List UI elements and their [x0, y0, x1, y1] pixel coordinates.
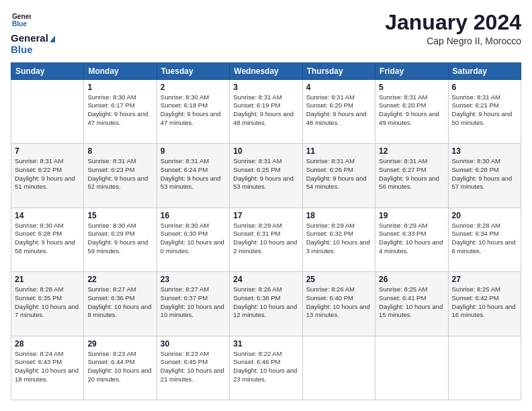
table-cell: 18Sunrise: 8:29 AMSunset: 6:32 PMDayligh… — [302, 208, 375, 272]
header: General Blue General Blue January 2024 C… — [11, 11, 521, 56]
svg-text:Blue: Blue — [12, 20, 27, 28]
table-cell: 26Sunrise: 8:25 AMSunset: 6:41 PMDayligh… — [375, 272, 448, 336]
day-info: Sunrise: 8:31 AMSunset: 6:20 PMDaylight:… — [306, 93, 371, 128]
table-cell: 7Sunrise: 8:31 AMSunset: 6:22 PMDaylight… — [11, 144, 84, 208]
col-tuesday: Tuesday — [157, 62, 229, 79]
day-number: 31 — [233, 339, 298, 349]
svg-text:General: General — [12, 13, 31, 20]
calendar-table: Sunday Monday Tuesday Wednesday Thursday… — [11, 62, 521, 401]
table-cell: 9Sunrise: 8:31 AMSunset: 6:24 PMDaylight… — [157, 144, 229, 208]
col-thursday: Thursday — [302, 62, 375, 79]
day-info: Sunrise: 8:31 AMSunset: 6:23 PMDaylight:… — [87, 157, 152, 191]
day-info: Sunrise: 8:30 AMSunset: 6:28 PMDaylight:… — [15, 222, 80, 256]
week-row-0: 1Sunrise: 8:30 AMSunset: 6:17 PMDaylight… — [11, 79, 521, 144]
table-cell: 30Sunrise: 8:23 AMSunset: 6:45 PMDayligh… — [157, 336, 229, 400]
day-info: Sunrise: 8:23 AMSunset: 6:45 PMDaylight:… — [161, 350, 226, 384]
day-info: Sunrise: 8:30 AMSunset: 6:18 PMDaylight:… — [161, 93, 226, 128]
table-cell — [375, 336, 448, 400]
day-number: 5 — [379, 83, 444, 92]
day-info: Sunrise: 8:29 AMSunset: 6:33 PMDaylight:… — [379, 222, 444, 256]
main-title: January 2024 — [385, 11, 521, 34]
table-cell: 20Sunrise: 8:28 AMSunset: 6:34 PMDayligh… — [448, 208, 521, 272]
table-cell: 27Sunrise: 8:25 AMSunset: 6:42 PMDayligh… — [448, 272, 521, 336]
table-cell: 19Sunrise: 8:29 AMSunset: 6:33 PMDayligh… — [375, 208, 448, 272]
day-number: 16 — [161, 211, 226, 220]
day-info: Sunrise: 8:25 AMSunset: 6:41 PMDaylight:… — [379, 285, 444, 320]
table-cell: 31Sunrise: 8:22 AMSunset: 6:46 PMDayligh… — [230, 336, 302, 400]
table-cell: 22Sunrise: 8:27 AMSunset: 6:36 PMDayligh… — [84, 272, 157, 336]
table-cell — [448, 336, 521, 400]
day-number: 4 — [306, 83, 371, 92]
day-info: Sunrise: 8:31 AMSunset: 6:22 PMDaylight:… — [15, 157, 80, 191]
week-row-2: 14Sunrise: 8:30 AMSunset: 6:28 PMDayligh… — [11, 208, 521, 272]
page: General Blue General Blue January 2024 C… — [0, 0, 532, 411]
day-number: 21 — [15, 275, 80, 284]
day-number: 1 — [87, 83, 152, 92]
day-info: Sunrise: 8:26 AMSunset: 6:38 PMDaylight:… — [233, 285, 298, 320]
day-number: 18 — [306, 211, 371, 220]
day-info: Sunrise: 8:30 AMSunset: 6:17 PMDaylight:… — [87, 93, 152, 128]
table-cell: 5Sunrise: 8:31 AMSunset: 6:20 PMDaylight… — [375, 79, 448, 144]
day-number: 6 — [452, 83, 517, 92]
table-cell: 6Sunrise: 8:31 AMSunset: 6:21 PMDaylight… — [448, 79, 521, 144]
day-number: 30 — [161, 339, 226, 349]
day-info: Sunrise: 8:31 AMSunset: 6:26 PMDaylight:… — [306, 157, 371, 191]
day-number: 12 — [379, 146, 444, 156]
day-info: Sunrise: 8:31 AMSunset: 6:21 PMDaylight:… — [452, 93, 517, 128]
day-number: 29 — [87, 339, 152, 349]
day-info: Sunrise: 8:31 AMSunset: 6:19 PMDaylight:… — [233, 93, 298, 128]
table-cell: 13Sunrise: 8:30 AMSunset: 6:28 PMDayligh… — [448, 144, 521, 208]
col-monday: Monday — [84, 62, 157, 79]
day-info: Sunrise: 8:29 AMSunset: 6:31 PMDaylight:… — [233, 222, 298, 256]
table-cell: 17Sunrise: 8:29 AMSunset: 6:31 PMDayligh… — [230, 208, 302, 272]
day-number: 11 — [306, 146, 371, 156]
table-cell: 23Sunrise: 8:27 AMSunset: 6:37 PMDayligh… — [157, 272, 229, 336]
day-info: Sunrise: 8:27 AMSunset: 6:36 PMDaylight:… — [87, 285, 152, 320]
day-info: Sunrise: 8:28 AMSunset: 6:35 PMDaylight:… — [15, 285, 80, 320]
table-cell: 24Sunrise: 8:26 AMSunset: 6:38 PMDayligh… — [230, 272, 302, 336]
week-row-1: 7Sunrise: 8:31 AMSunset: 6:22 PMDaylight… — [11, 144, 521, 208]
day-number: 20 — [452, 211, 517, 220]
title-block: January 2024 Cap Negro II, Morocco — [385, 11, 521, 46]
table-cell: 1Sunrise: 8:30 AMSunset: 6:17 PMDaylight… — [84, 79, 157, 144]
day-info: Sunrise: 8:28 AMSunset: 6:34 PMDaylight:… — [452, 222, 517, 256]
day-number: 2 — [161, 83, 226, 92]
header-row: Sunday Monday Tuesday Wednesday Thursday… — [11, 62, 521, 79]
logo-icon: General Blue — [12, 11, 31, 30]
table-cell — [302, 336, 375, 400]
logo: General Blue General Blue — [11, 11, 55, 56]
day-number: 15 — [87, 211, 152, 220]
col-friday: Friday — [375, 62, 448, 79]
day-info: Sunrise: 8:25 AMSunset: 6:42 PMDaylight:… — [452, 285, 517, 320]
day-number: 24 — [233, 275, 298, 284]
day-number: 10 — [233, 146, 298, 156]
day-info: Sunrise: 8:30 AMSunset: 6:28 PMDaylight:… — [452, 157, 517, 191]
table-cell: 28Sunrise: 8:24 AMSunset: 6:43 PMDayligh… — [11, 336, 84, 400]
day-number: 22 — [87, 275, 152, 284]
week-row-4: 28Sunrise: 8:24 AMSunset: 6:43 PMDayligh… — [11, 336, 521, 400]
table-cell: 21Sunrise: 8:28 AMSunset: 6:35 PMDayligh… — [11, 272, 84, 336]
day-number: 8 — [87, 146, 152, 156]
day-number: 17 — [233, 211, 298, 220]
day-info: Sunrise: 8:29 AMSunset: 6:32 PMDaylight:… — [306, 222, 371, 256]
day-number: 3 — [233, 83, 298, 92]
logo-line2: Blue — [11, 44, 55, 55]
day-info: Sunrise: 8:30 AMSunset: 6:30 PMDaylight:… — [161, 222, 226, 256]
day-info: Sunrise: 8:27 AMSunset: 6:37 PMDaylight:… — [161, 285, 226, 320]
table-cell: 11Sunrise: 8:31 AMSunset: 6:26 PMDayligh… — [302, 144, 375, 208]
table-cell: 16Sunrise: 8:30 AMSunset: 6:30 PMDayligh… — [157, 208, 229, 272]
day-info: Sunrise: 8:24 AMSunset: 6:43 PMDaylight:… — [15, 350, 80, 384]
day-info: Sunrise: 8:31 AMSunset: 6:24 PMDaylight:… — [161, 157, 226, 191]
table-cell: 25Sunrise: 8:26 AMSunset: 6:40 PMDayligh… — [302, 272, 375, 336]
day-info: Sunrise: 8:31 AMSunset: 6:20 PMDaylight:… — [379, 93, 444, 128]
day-info: Sunrise: 8:30 AMSunset: 6:29 PMDaylight:… — [87, 222, 152, 256]
col-sunday: Sunday — [11, 62, 84, 79]
day-info: Sunrise: 8:23 AMSunset: 6:44 PMDaylight:… — [87, 350, 152, 384]
table-cell: 10Sunrise: 8:31 AMSunset: 6:25 PMDayligh… — [230, 144, 302, 208]
day-number: 13 — [452, 146, 517, 156]
col-saturday: Saturday — [448, 62, 521, 79]
day-info: Sunrise: 8:26 AMSunset: 6:40 PMDaylight:… — [306, 285, 371, 320]
day-number: 28 — [15, 339, 80, 349]
day-number: 26 — [379, 275, 444, 284]
day-number: 14 — [15, 211, 80, 220]
